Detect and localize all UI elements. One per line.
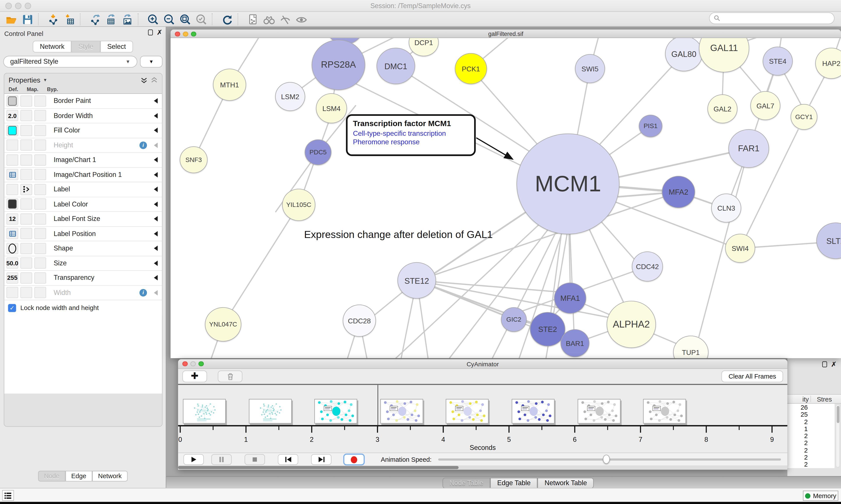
network-node-gal7[interactable]: GAL7 [750, 91, 780, 120]
mapping-cell[interactable] [20, 287, 32, 298]
bypass-cell[interactable] [34, 95, 46, 106]
mapping-cell[interactable] [20, 257, 32, 269]
info-icon[interactable]: i [140, 289, 147, 296]
tab-edge[interactable]: Edge [65, 471, 92, 482]
mapping-cell[interactable] [20, 169, 32, 180]
float-panel-icon[interactable] [148, 30, 153, 35]
zoom-in-button[interactable] [145, 13, 161, 25]
bypass-cell[interactable] [34, 184, 46, 195]
property-row-size[interactable]: 50.0Size [4, 256, 162, 271]
default-value-cell[interactable] [6, 125, 18, 136]
frame-thumbnail-7[interactable] [643, 399, 686, 424]
bypass-cell[interactable] [34, 154, 46, 165]
pause-button[interactable] [211, 454, 232, 465]
info-icon[interactable]: i [140, 141, 147, 149]
clear-all-frames-button[interactable]: Clear All Frames [722, 371, 783, 382]
frame-thumbnail-0[interactable] [183, 399, 226, 424]
mapping-cell[interactable] [20, 110, 32, 121]
default-value-cell[interactable]: 255 [6, 272, 18, 283]
style-selector[interactable]: galFiltered Style ▼ [3, 56, 137, 68]
bypass-cell[interactable] [34, 213, 46, 224]
network-node-mth1[interactable]: MTH1 [213, 69, 246, 101]
tab-network-table[interactable]: Network Table [538, 478, 594, 488]
expand-arrow-icon[interactable] [154, 187, 158, 192]
annotation-callout[interactable]: Transcription factor MCM1 Cell-type-spec… [346, 114, 476, 156]
animation-speed-slider[interactable] [438, 458, 781, 461]
expand-arrow-icon[interactable] [154, 172, 158, 177]
mapping-cell[interactable] [20, 95, 32, 106]
export-table-button[interactable] [103, 13, 119, 25]
network-node-gic2[interactable]: GIC2 [501, 307, 527, 332]
record-button[interactable] [343, 454, 365, 466]
expand-arrow-icon[interactable] [154, 275, 158, 281]
network-node-ste12[interactable]: STE12 [397, 262, 436, 299]
stop-button[interactable] [245, 454, 265, 465]
property-row-label-font-size[interactable]: 12Label Font Size [4, 212, 162, 227]
table-cell[interactable]: 2 [787, 461, 835, 468]
default-value-cell[interactable] [6, 95, 18, 106]
bypass-cell[interactable] [34, 243, 46, 254]
import-table-button[interactable] [61, 13, 77, 25]
network-node-hap2[interactable]: HAP2 [815, 48, 841, 79]
mapping-cell[interactable] [20, 272, 32, 283]
mapping-cell[interactable] [20, 154, 32, 165]
tab-edge-table[interactable]: Edge Table [490, 478, 537, 488]
show-graphics-button[interactable] [293, 13, 309, 25]
property-row-shape[interactable]: Shape [4, 241, 162, 256]
refresh-button[interactable] [219, 13, 235, 25]
network-node-pis1[interactable]: PIS1 [639, 115, 662, 137]
delete-frame-button[interactable] [218, 371, 243, 382]
default-value-cell[interactable] [6, 169, 18, 180]
network-node-ste2[interactable]: STE2 [530, 312, 566, 346]
network-node-gal11[interactable]: GAL11 [699, 38, 749, 72]
bypass-cell[interactable] [34, 199, 46, 210]
float-panel-icon[interactable] [822, 361, 827, 367]
tab-node[interactable]: Node [38, 471, 65, 482]
network-node-swi4[interactable]: SWI4 [725, 234, 755, 263]
frame-thumbnail-6[interactable] [577, 399, 621, 424]
zoom-out-button[interactable] [161, 13, 177, 25]
mapping-cell[interactable] [20, 184, 32, 195]
import-network-button[interactable] [45, 13, 61, 25]
table-cell[interactable]: 25 [787, 411, 835, 418]
network-node-tup1[interactable]: TUP1 [673, 336, 709, 358]
tab-network-bottom[interactable]: Network [92, 471, 128, 482]
frame-thumbnail-2[interactable] [315, 399, 357, 424]
play-button[interactable] [183, 454, 204, 465]
default-value-cell[interactable]: 12 [6, 213, 18, 224]
network-node-far1[interactable]: FAR1 [729, 129, 769, 168]
network-node-rps28a[interactable]: RPS28A [312, 40, 365, 90]
default-value-cell[interactable] [6, 228, 18, 239]
table-cell[interactable]: 1 [787, 425, 835, 432]
search-box[interactable] [709, 12, 835, 24]
tab-network[interactable]: Network [33, 41, 71, 53]
table-column-stress[interactable]: Stres [812, 396, 837, 403]
property-row-transparency[interactable]: 255Transparency [4, 271, 162, 286]
property-row-border-paint[interactable]: Border Paint [4, 94, 162, 109]
open-session-button[interactable] [3, 13, 19, 25]
network-node-bar1[interactable]: BAR1 [560, 329, 589, 357]
network-node-yil105c[interactable]: YIL105C [282, 189, 315, 221]
table-cell[interactable]: 2 [787, 432, 835, 439]
tab-node-table[interactable]: Node Table [442, 478, 490, 488]
zoom-fit-button[interactable] [177, 13, 193, 25]
bypass-cell[interactable] [34, 228, 46, 239]
lock-size-checkbox[interactable]: ✓ [8, 304, 16, 312]
clone-network-button[interactable] [245, 13, 261, 25]
skip-to-start-button[interactable] [278, 454, 298, 465]
timeline-playhead[interactable] [378, 385, 378, 428]
mapping-cell[interactable] [20, 228, 32, 239]
bypass-cell[interactable] [34, 287, 46, 298]
expand-arrow-icon[interactable] [154, 128, 158, 133]
table-vertical-scrollbar[interactable] [836, 404, 840, 468]
expand-arrow-icon[interactable] [154, 260, 158, 266]
export-network-button[interactable] [87, 13, 103, 25]
bypass-cell[interactable] [34, 125, 46, 136]
property-row-label-position[interactable]: Label Position [4, 227, 162, 241]
default-value-cell[interactable] [6, 154, 18, 165]
default-value-cell[interactable] [6, 287, 18, 298]
expand-arrow-icon[interactable] [154, 231, 158, 236]
frame-thumbnail-3[interactable] [380, 399, 423, 424]
bypass-cell[interactable] [34, 272, 46, 283]
hide-graphics-button[interactable] [277, 13, 293, 25]
